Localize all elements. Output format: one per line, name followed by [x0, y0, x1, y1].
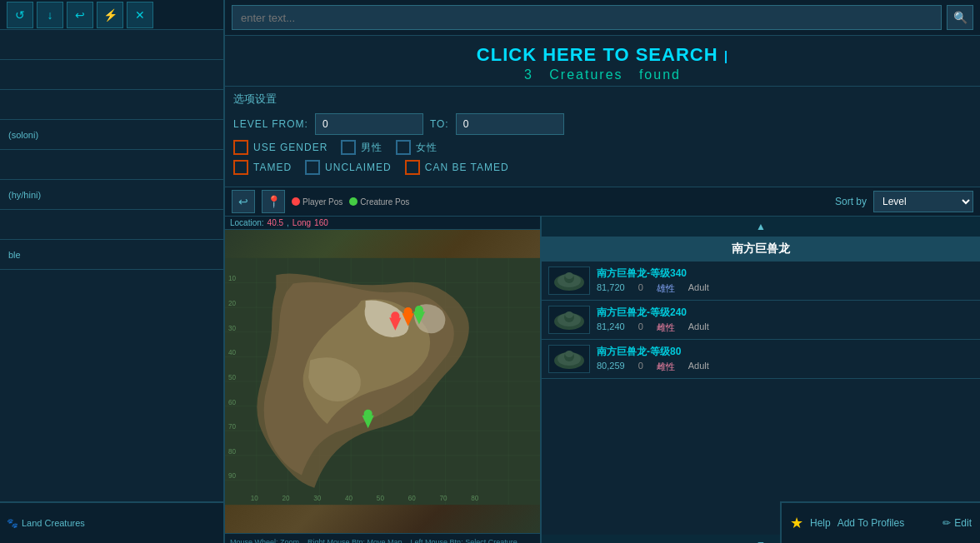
creature-info-2: 南方巨兽龙-等级240 81,240 0 雌性 Adult — [597, 306, 973, 334]
sidebar-item-4 — [0, 150, 223, 180]
svg-text:10: 10 — [251, 495, 259, 502]
creature-thumb-1 — [548, 267, 590, 295]
hp-2: 81,240 — [597, 321, 625, 334]
creature-svg-1 — [549, 267, 589, 294]
pin-ctrl-btn[interactable]: 📍 — [262, 190, 285, 213]
sidebar-item-1 — [0, 30, 223, 60]
tamed-row: TAMED UNCLAIMED CAN BE TAMED — [233, 160, 972, 175]
add-to-profiles-label[interactable]: Add To Profiles — [838, 517, 905, 529]
female-checkbox[interactable]: 女性 — [396, 140, 438, 155]
use-gender-check-box[interactable] — [233, 140, 248, 155]
search-input[interactable] — [232, 5, 942, 30]
hp-3: 80,259 — [597, 361, 625, 373]
search-bar-area: 🔍 — [225, 0, 980, 36]
back-ctrl-btn[interactable]: ↩ — [232, 190, 255, 213]
map-terrain-svg: 10 20 30 40 50 60 70 80 90 10 20 30 40 5… — [225, 230, 540, 533]
paw-icon: 🐾 — [7, 518, 18, 529]
svg-point-43 — [364, 410, 372, 418]
help-star-icon: ★ — [790, 514, 803, 532]
sidebar-item-hyhini[interactable]: (hy/hini) — [0, 180, 223, 210]
level-to-input[interactable] — [456, 113, 564, 135]
sidebar-item-soloni[interactable]: (soloni) — [0, 120, 223, 150]
svg-text:40: 40 — [345, 495, 353, 502]
unclaimed-checkbox[interactable]: UNCLAIMED — [305, 160, 392, 175]
creature-svg-3 — [549, 346, 589, 372]
download-icon[interactable]: ↓ — [37, 2, 63, 28]
zero-2: 0 — [638, 321, 643, 334]
map-footer-bar: Mouse Wheel: Zoom Right Mouse Btn: Move … — [225, 533, 540, 543]
svg-text:30: 30 — [313, 495, 322, 502]
map-hint-move: Right Mouse Btn: Move Map — [308, 538, 402, 544]
svg-text:90: 90 — [228, 472, 237, 480]
can-be-tamed-check-box[interactable] — [405, 160, 420, 175]
creatures-found: 3 Creatures found — [225, 67, 980, 82]
edit-button[interactable]: ✏ Edit — [942, 517, 972, 529]
refresh-icon[interactable]: ↺ — [7, 2, 33, 28]
creature-info-1: 南方巨兽龙-等级340 81,720 0 雄性 Adult — [597, 267, 973, 295]
svg-text:50: 50 — [228, 374, 237, 381]
creature-svg-2 — [549, 306, 589, 333]
location-y: Long — [292, 218, 311, 227]
svg-text:80: 80 — [228, 448, 237, 456]
result-item-3[interactable]: 南方巨兽龙-等级80 80,259 0 雌性 Adult — [542, 340, 980, 379]
svg-text:70: 70 — [439, 495, 448, 502]
help-bar: ★ Help Add To Profiles ✏ Edit — [780, 501, 980, 543]
sidebar-item-2 — [0, 60, 223, 90]
svg-point-47 — [565, 272, 573, 279]
map-results-area: Location: 40.5 , Long 160 — [225, 217, 980, 543]
results-header: 南方巨兽龙 — [542, 237, 980, 262]
map-location-bar: Location: 40.5 , Long 160 — [225, 217, 540, 230]
sidebar-item-ble[interactable]: ble — [0, 240, 223, 270]
click-search-title[interactable]: CLICK HERE TO SEARCH | — [225, 44, 980, 66]
svg-text:20: 20 — [228, 300, 237, 307]
creature-stats-3: 80,259 0 雌性 Adult — [597, 361, 973, 373]
legend-creature: Creature Pos — [349, 197, 409, 207]
creature-name-3: 南方巨兽龙-等级80 — [597, 345, 973, 359]
age-2: Adult — [688, 321, 709, 334]
cursor-indicator: | — [724, 49, 728, 63]
svg-point-39 — [404, 307, 412, 316]
level-row: LEVEL FROM: TO: — [233, 113, 972, 135]
options-panel: 选项设置 LEVEL FROM: TO: USE GENDER 男性 女性 — [225, 86, 980, 187]
age-3: Adult — [688, 361, 709, 373]
female-check-box[interactable] — [396, 140, 411, 155]
help-label: Help — [810, 517, 831, 529]
scroll-up-button[interactable]: ▲ — [542, 217, 980, 237]
use-gender-checkbox[interactable]: USE GENDER — [233, 140, 328, 155]
male-checkbox[interactable]: 男性 — [341, 140, 382, 155]
zero-3: 0 — [638, 361, 643, 373]
gender-2: 雌性 — [657, 321, 675, 334]
svg-point-41 — [415, 306, 423, 314]
level-from-input[interactable] — [315, 113, 423, 135]
svg-text:70: 70 — [228, 423, 237, 431]
creature-stats-2: 81,240 0 雌性 Adult — [597, 321, 973, 334]
zero-1: 0 — [638, 282, 643, 295]
svg-point-37 — [391, 311, 399, 320]
svg-point-51 — [565, 311, 573, 318]
result-item-1[interactable]: 南方巨兽龙-等级340 81,720 0 雄性 Adult — [542, 262, 980, 301]
creature-dot — [349, 197, 358, 206]
svg-text:80: 80 — [471, 495, 479, 502]
controls-bar: ↩ 📍 Player Pos Creature Pos Sort by Leve… — [225, 187, 980, 217]
legend-player: Player Pos — [292, 197, 342, 207]
unclaimed-check-box[interactable] — [305, 160, 320, 175]
can-be-tamed-checkbox[interactable]: CAN BE TAMED — [405, 160, 509, 175]
tamed-checkbox[interactable]: TAMED — [233, 160, 292, 175]
map-image[interactable]: 10 20 30 40 50 60 70 80 90 10 20 30 40 5… — [225, 230, 540, 533]
age-1: Adult — [688, 282, 709, 295]
search-button[interactable]: 🔍 — [947, 5, 973, 30]
sort-select[interactable]: Level Health Name — [873, 191, 973, 212]
svg-text:60: 60 — [228, 399, 237, 406]
result-item-2[interactable]: 南方巨兽龙-等级240 81,240 0 雌性 Adult — [542, 301, 980, 340]
back-icon[interactable]: ↩ — [67, 2, 93, 28]
land-creatures-button[interactable]: 🐾 Land Creatures — [7, 518, 85, 529]
tamed-check-box[interactable] — [233, 160, 248, 175]
close-icon[interactable]: ✕ — [127, 2, 153, 28]
lightning-icon[interactable]: ⚡ — [97, 2, 123, 28]
svg-text:20: 20 — [282, 495, 290, 502]
gender-3: 雌性 — [657, 361, 675, 373]
svg-text:10: 10 — [228, 275, 237, 282]
gender-1: 雄性 — [657, 282, 675, 295]
creature-name-1: 南方巨兽龙-等级340 — [597, 267, 973, 281]
male-check-box[interactable] — [341, 140, 356, 155]
